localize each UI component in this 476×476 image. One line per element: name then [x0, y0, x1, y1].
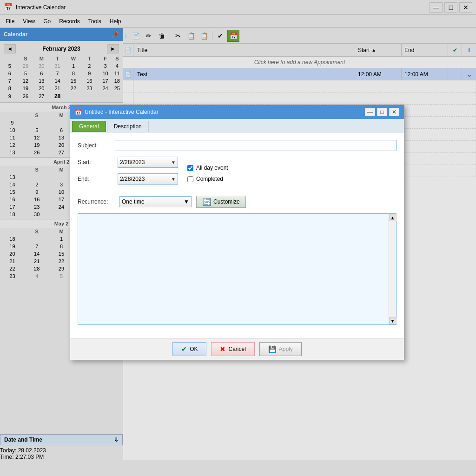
- end-row: End: 2/28/2023 ▼: [78, 173, 178, 185]
- apply-button[interactable]: 💾 Apply: [259, 342, 302, 356]
- recurrence-picker[interactable]: One time ▼: [119, 196, 192, 207]
- cancel-button[interactable]: ✖ Cancel: [211, 342, 254, 356]
- ok-icon: ✔: [181, 345, 187, 353]
- recurrence-dropdown-arrow: ▼: [184, 198, 189, 205]
- recurrence-row: Recurrence: One time ▼ 🔄 Customize: [78, 196, 397, 208]
- tab-strip: General Description: [70, 119, 404, 132]
- appointment-dialog: 📅 Untitled - Interactive Calendar — □ ✕ …: [70, 105, 404, 360]
- apply-icon: 💾: [268, 345, 276, 353]
- recurrence-label: Recurrence:: [78, 198, 115, 205]
- subject-row: Subject:: [78, 140, 397, 151]
- tab-general[interactable]: General: [72, 121, 106, 132]
- customize-button[interactable]: 🔄 Customize: [196, 196, 246, 208]
- all-day-event-group: All day event: [187, 165, 228, 171]
- completed-group: Completed: [187, 176, 228, 182]
- end-dropdown-arrow: ▼: [171, 177, 176, 182]
- notes-area[interactable]: ▲ ▼: [78, 213, 397, 325]
- tab-description[interactable]: Description: [107, 121, 149, 132]
- end-date-picker[interactable]: 2/28/2023 ▼: [118, 173, 178, 185]
- dialog-title: Untitled - Interactive Calendar: [85, 109, 159, 115]
- subject-label: Subject:: [78, 142, 115, 149]
- checkboxes-column: All day event Completed: [187, 157, 228, 190]
- start-date-picker[interactable]: 2/28/2023 ▼: [118, 157, 178, 168]
- subject-input[interactable]: [115, 140, 397, 151]
- dialog-app-icon: 📅: [75, 109, 82, 115]
- dialog-title-left: 📅 Untitled - Interactive Calendar: [75, 109, 159, 115]
- dialog-footer: ✔ OK ✖ Cancel 💾 Apply: [70, 338, 404, 360]
- datetime-section: Start: 2/28/2023 ▼ End: 2/28/2023 ▼: [78, 157, 397, 190]
- dialog-close-button[interactable]: ✕: [389, 108, 399, 116]
- dialog-title-bar: 📅 Untitled - Interactive Calendar — □ ✕: [70, 105, 404, 119]
- dialog-minimize-button[interactable]: —: [365, 108, 375, 116]
- dialog-body: Subject: Start: 2/28/2023 ▼ End: 2/28/20…: [70, 132, 404, 338]
- ok-button[interactable]: ✔ OK: [172, 342, 206, 356]
- start-dropdown-arrow: ▼: [171, 160, 176, 165]
- start-label: Start:: [78, 159, 110, 165]
- end-label: End:: [78, 176, 110, 182]
- customize-icon: 🔄: [202, 198, 212, 206]
- scroll-up-button[interactable]: ▲: [389, 214, 397, 221]
- dialog-maximize-button[interactable]: □: [377, 108, 387, 116]
- scroll-down-button[interactable]: ▼: [389, 317, 397, 324]
- completed-label: Completed: [196, 176, 223, 182]
- all-day-label: All day event: [196, 165, 228, 171]
- notes-scrollbar: ▲ ▼: [389, 214, 396, 324]
- dates-column: Start: 2/28/2023 ▼ End: 2/28/2023 ▼: [78, 157, 178, 190]
- all-day-checkbox[interactable]: [187, 165, 193, 171]
- completed-checkbox[interactable]: [187, 176, 193, 182]
- cancel-icon: ✖: [220, 345, 225, 353]
- dialog-title-controls: — □ ✕: [365, 108, 399, 116]
- start-row: Start: 2/28/2023 ▼: [78, 157, 178, 168]
